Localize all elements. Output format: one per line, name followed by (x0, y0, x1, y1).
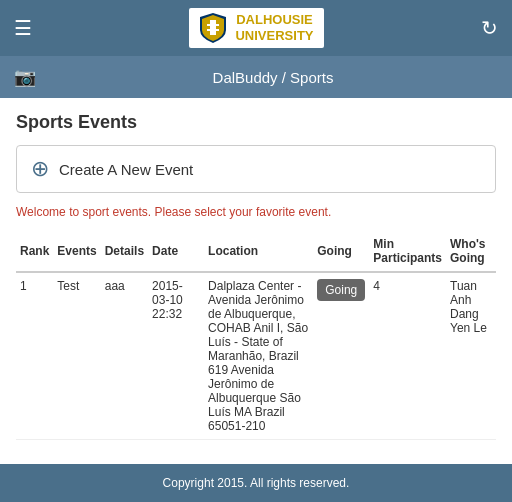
cell-min-participants: 4 (369, 272, 446, 440)
refresh-icon[interactable]: ↻ (481, 16, 498, 40)
welcome-message: Welcome to sport events. Please select y… (16, 205, 496, 219)
cell-date: 2015-03-10 22:32 (148, 272, 204, 440)
footer: Copyright 2015. All rights reserved. (0, 464, 512, 502)
cell-going: Going (313, 272, 369, 440)
table-header-row: Rank Events Details Date Location Going … (16, 231, 496, 272)
cell-details: aaa (101, 272, 148, 440)
hamburger-icon[interactable]: ☰ (14, 16, 32, 40)
cell-location: Dalplaza Center - Avenida Jerônimo de Al… (204, 272, 313, 440)
cell-whos-going: Tuan Anh DangYen Le (446, 272, 496, 440)
sub-header-title: DalBuddy / Sports (48, 69, 498, 86)
col-header-details: Details (101, 231, 148, 272)
col-header-date: Date (148, 231, 204, 272)
shield-icon (199, 12, 227, 44)
sub-header: 📷 DalBuddy / Sports (0, 56, 512, 98)
col-header-location: Location (204, 231, 313, 272)
col-header-whos-going: Who's Going (446, 231, 496, 272)
col-header-rank: Rank (16, 231, 53, 272)
col-header-going: Going (313, 231, 369, 272)
app-header: ☰ DALHOUSIE UNIVERSITY ↻ (0, 0, 512, 56)
cell-rank: 1 (16, 272, 53, 440)
table-row: 1 Test aaa 2015-03-10 22:32 Dalplaza Cen… (16, 272, 496, 440)
events-table: Rank Events Details Date Location Going … (16, 231, 496, 440)
going-badge[interactable]: Going (317, 279, 365, 301)
main-content: Sports Events ⊕ Create A New Event Welco… (0, 98, 512, 464)
col-header-min-participants: Min Participants (369, 231, 446, 272)
plus-icon: ⊕ (31, 156, 49, 182)
cell-events: Test (53, 272, 100, 440)
page-title: Sports Events (16, 112, 496, 133)
logo-text: DALHOUSIE UNIVERSITY (235, 12, 313, 43)
create-event-button[interactable]: ⊕ Create A New Event (16, 145, 496, 193)
camera-icon[interactable]: 📷 (14, 66, 36, 88)
university-logo: DALHOUSIE UNIVERSITY (189, 8, 323, 48)
footer-text: Copyright 2015. All rights reserved. (163, 476, 350, 490)
create-event-label: Create A New Event (59, 161, 193, 178)
col-header-events: Events (53, 231, 100, 272)
